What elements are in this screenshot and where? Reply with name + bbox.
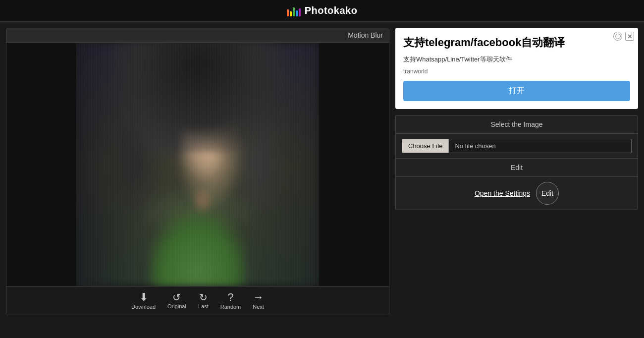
select-image-label: Select the Image bbox=[396, 115, 638, 134]
choose-file-button[interactable]: Choose File bbox=[402, 139, 449, 153]
image-toolbar: ⬇ Download ↺ Original ↻ Last ? Random → … bbox=[6, 286, 389, 315]
logo-bar-1 bbox=[287, 9, 289, 16]
ad-subtitle: 支持Whatsapp/Line/Twitter等聊天软件 bbox=[403, 55, 630, 64]
random-icon: ? bbox=[227, 292, 233, 303]
ad-close-button[interactable]: ✕ bbox=[625, 32, 634, 41]
original-icon: ↺ bbox=[172, 292, 181, 302]
ad-brand: tranworld bbox=[403, 68, 630, 75]
ad-info-button[interactable]: ⓘ bbox=[613, 32, 622, 41]
logo-bar-4 bbox=[296, 10, 298, 16]
logo-bar-3 bbox=[293, 7, 295, 16]
logo-bar-2 bbox=[290, 11, 292, 16]
file-input-row: Choose File No file chosen bbox=[396, 134, 638, 159]
last-label: Last bbox=[198, 303, 209, 309]
original-label: Original bbox=[167, 303, 186, 309]
next-icon: → bbox=[253, 292, 264, 303]
random-button[interactable]: ? Random bbox=[220, 292, 241, 310]
logo: Photokako bbox=[287, 5, 358, 16]
edit-label: Edit bbox=[396, 159, 638, 177]
download-label: Download bbox=[131, 304, 156, 310]
ad-open-button[interactable]: 打开 bbox=[403, 81, 630, 101]
panel-title: Motion Blur bbox=[6, 28, 389, 43]
edit-button[interactable]: Edit bbox=[536, 182, 559, 205]
logo-bar-5 bbox=[299, 8, 301, 16]
blurred-photo bbox=[76, 43, 319, 286]
ad-title: 支持telegram/facebook自动翻译 bbox=[403, 36, 630, 50]
next-button[interactable]: → Next bbox=[253, 292, 264, 310]
download-icon: ⬇ bbox=[139, 292, 148, 303]
main-content: Motion Blur ⬇ Download ↺ Original ↻ La bbox=[0, 22, 644, 321]
ad-box: ⓘ ✕ 支持telegram/facebook自动翻译 支持Whatsapp/L… bbox=[395, 28, 638, 109]
right-panel: ⓘ ✕ 支持telegram/facebook自动翻译 支持Whatsapp/L… bbox=[395, 28, 638, 315]
logo-icon bbox=[287, 5, 301, 16]
left-panel: Motion Blur ⬇ Download ↺ Original ↻ La bbox=[6, 28, 389, 315]
header: Photokako bbox=[0, 0, 644, 22]
file-input-wrapper: Choose File No file chosen bbox=[402, 139, 632, 153]
image-area bbox=[6, 43, 389, 286]
download-button[interactable]: ⬇ Download bbox=[131, 292, 156, 310]
app-title: Photokako bbox=[305, 5, 358, 16]
ad-controls: ⓘ ✕ bbox=[613, 32, 634, 41]
original-button[interactable]: ↺ Original bbox=[167, 292, 186, 309]
open-settings-button[interactable]: Open the Settings bbox=[475, 189, 530, 197]
random-label: Random bbox=[220, 304, 241, 310]
settings-row: Open the Settings Edit bbox=[396, 177, 638, 210]
last-icon: ↻ bbox=[199, 292, 208, 302]
next-label: Next bbox=[253, 304, 264, 310]
controls-panel: Select the Image Choose File No file cho… bbox=[395, 115, 638, 210]
no-file-label: No file chosen bbox=[449, 139, 631, 153]
last-button[interactable]: ↻ Last bbox=[198, 292, 209, 309]
motion-streak bbox=[76, 43, 319, 286]
